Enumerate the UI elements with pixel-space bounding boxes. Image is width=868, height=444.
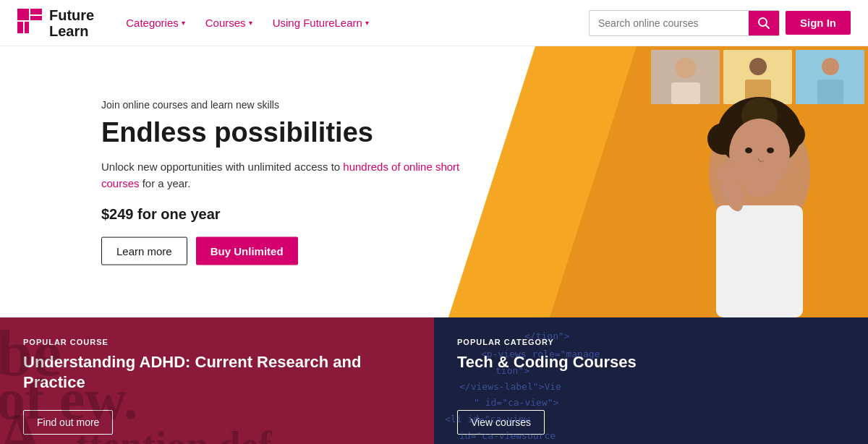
logo[interactable]: Future Learn xyxy=(17,7,94,39)
hero-background-svg xyxy=(448,46,868,317)
svg-rect-2 xyxy=(30,16,42,20)
svg-point-28 xyxy=(745,148,752,153)
search-box xyxy=(589,10,780,36)
hero-title: Endless possibilities xyxy=(101,117,463,148)
view-courses-button[interactable]: View courses xyxy=(457,410,545,435)
search-icon xyxy=(757,17,770,30)
card-left-label: POPULAR COURSE xyxy=(23,338,411,346)
svg-line-6 xyxy=(766,25,770,28)
nav-courses[interactable]: Courses ▾ xyxy=(197,11,261,35)
svg-rect-3 xyxy=(17,22,23,33)
logo-text: Future Learn xyxy=(49,7,94,39)
hero-subtitle: Join online courses and learn new skills xyxy=(101,98,463,110)
svg-rect-4 xyxy=(25,22,29,33)
hero-section: Join online courses and learn new skills… xyxy=(0,46,868,317)
svg-rect-20 xyxy=(817,80,843,104)
svg-rect-0 xyxy=(17,9,29,20)
svg-point-29 xyxy=(767,148,774,153)
nav-categories[interactable]: Categories ▾ xyxy=(117,11,194,35)
search-button[interactable] xyxy=(749,11,779,35)
card-right-label: POPULAR CATEGORY xyxy=(457,338,845,346)
hero-description: Unlock new opportunities with unlimited … xyxy=(101,159,463,192)
main-nav: Categories ▾ Courses ▾ Using FutureLearn… xyxy=(117,11,589,35)
signin-button[interactable]: Sign In xyxy=(786,11,851,35)
svg-text:</views-label">Vie: </views-label">Vie xyxy=(459,381,561,392)
header-right: Sign In xyxy=(589,10,851,36)
svg-point-30 xyxy=(741,171,778,197)
card-right-content: POPULAR CATEGORY Tech & Coding Courses xyxy=(457,338,845,383)
cards-section: be of ew. A ttention def POPULAR COURSE … xyxy=(0,317,868,444)
find-out-more-button[interactable]: Find out more xyxy=(23,410,113,435)
search-input[interactable] xyxy=(590,12,749,35)
card-adhd: be of ew. A ttention def POPULAR COURSE … xyxy=(0,317,434,444)
svg-rect-1 xyxy=(30,9,42,14)
buy-unlimited-button[interactable]: Buy Unlimited xyxy=(196,237,298,265)
hero-buttons: Learn more Buy Unlimited xyxy=(101,237,463,265)
card-right-title: Tech & Coding Courses xyxy=(457,352,845,372)
chevron-down-icon: ▾ xyxy=(365,19,369,27)
svg-point-13 xyxy=(676,58,696,78)
logo-icon xyxy=(17,9,43,38)
svg-point-19 xyxy=(822,58,839,75)
card-tech: </tion"> <p-views role="manage tion"> </… xyxy=(434,317,868,444)
chevron-down-icon: ▾ xyxy=(182,19,185,27)
card-left-content: POPULAR COURSE Understanding ADHD: Curre… xyxy=(23,338,411,402)
hero-price: $249 for one year xyxy=(101,206,463,223)
svg-point-16 xyxy=(749,58,767,75)
nav-using-futurelearn[interactable]: Using FutureLearn ▾ xyxy=(264,11,378,35)
svg-rect-14 xyxy=(671,82,700,104)
header: Future Learn Categories ▾ Courses ▾ Usin… xyxy=(0,0,868,46)
svg-rect-31 xyxy=(716,205,803,317)
learn-more-button[interactable]: Learn more xyxy=(101,237,187,265)
hero-content: Join online courses and learn new skills… xyxy=(101,98,463,265)
card-left-title: Understanding ADHD: Current Research and… xyxy=(23,352,411,392)
svg-text:" id="ca-view">: " id="ca-view"> xyxy=(474,397,559,408)
chevron-down-icon: ▾ xyxy=(249,19,252,27)
hero-visual xyxy=(448,46,868,317)
